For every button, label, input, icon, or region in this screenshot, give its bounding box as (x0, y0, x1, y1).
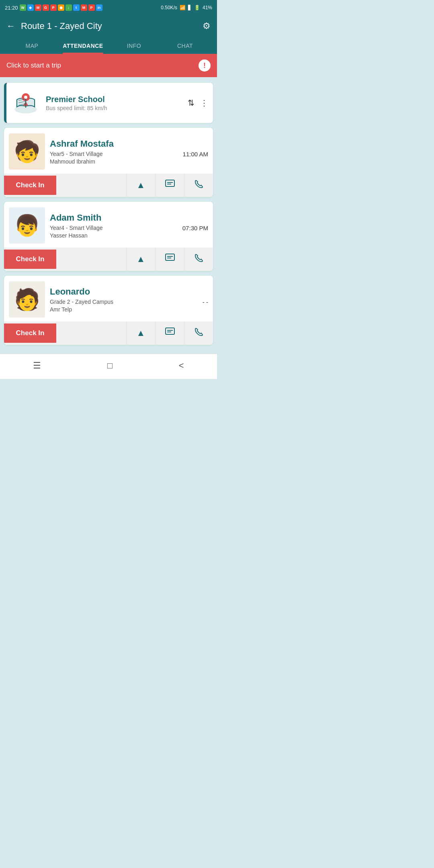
navigate-icon-leonardo: ▲ (137, 328, 145, 338)
status-bar: 21:20 W ◈ M G P ◉ ↓ t M P in 0.50K/s 📶 ▋… (0, 0, 217, 15)
checkin-button-leonardo[interactable]: Check In (4, 323, 56, 343)
message-icon-leonardo (165, 328, 175, 339)
student-parent-leonardo: Amr Telp (50, 306, 208, 313)
student-meta-ashraf: Year5 - Smart Village 11:00 AM (50, 151, 208, 158)
phone-button-ashraf[interactable] (184, 174, 213, 197)
school-info: Premier School Bus speed limit: 85 km/h (46, 95, 182, 111)
app-icon-9: M (81, 4, 87, 11)
bottom-nav: ☰ □ < (0, 354, 217, 379)
student-year-leonardo: Grade 2 - Zayed Campus (50, 299, 113, 305)
navigate-button-adam[interactable]: ▲ (126, 248, 155, 271)
alert-icon: ! (199, 59, 211, 72)
tabs: MAP ATTENDANCE INFO CHAT (6, 39, 211, 54)
student-photo-ashraf: 🧒 (9, 133, 45, 170)
more-options-icon[interactable]: ⋮ (200, 98, 208, 108)
app-icon-1: W (20, 4, 26, 11)
app-icon-8: t (73, 4, 80, 11)
student-photo-leonardo: 🧑 (9, 281, 45, 317)
back-button[interactable]: ← (6, 21, 15, 31)
message-button-ashraf[interactable] (155, 174, 184, 197)
student-name-leonardo: Leonardo (50, 287, 208, 297)
school-actions: ⇅ ⋮ (188, 98, 208, 108)
tab-info[interactable]: INFO (108, 39, 160, 54)
navigate-button-ashraf[interactable]: ▲ (126, 174, 155, 197)
alert-banner[interactable]: Click to start a trip ! (0, 54, 217, 77)
status-right: 0.50K/s 📶 ▋ 🔋 41% (161, 5, 212, 10)
settings-button[interactable]: ⚙ (203, 21, 211, 31)
checkin-button-adam[interactable]: Check In (4, 250, 56, 269)
checkin-button-ashraf[interactable]: Check In (4, 176, 56, 195)
bottom-home-button[interactable]: □ (107, 360, 113, 371)
svg-rect-10 (166, 254, 174, 260)
student-card-leonardo: 🧑 Leonardo Grade 2 - Zayed Campus - - Am… (4, 276, 213, 345)
wifi-icon: 📶 (180, 5, 186, 10)
student-details-ashraf: Ashraf Mostafa Year5 - Smart Village 11:… (50, 139, 208, 165)
message-icon-ashraf (165, 180, 175, 191)
student-card-adam: 👦 Adam Smith Year4 - Smart Village 07:30… (4, 202, 213, 271)
school-card: Premier School Bus speed limit: 85 km/h … (4, 83, 213, 123)
app-icon-6: ◉ (58, 4, 64, 11)
svg-rect-13 (166, 328, 174, 334)
navigate-button-leonardo[interactable]: ▲ (126, 321, 155, 345)
alert-text: Click to start a trip (6, 61, 61, 70)
content-area: Premier School Bus speed limit: 85 km/h … (0, 77, 217, 350)
battery-icon: 🔋 (194, 5, 200, 10)
student-actions-leonardo: Check In ▲ (4, 321, 213, 345)
message-button-leonardo[interactable] (155, 321, 184, 345)
student-info-leonardo: 🧑 Leonardo Grade 2 - Zayed Campus - - Am… (4, 276, 213, 321)
tab-chat[interactable]: CHAT (160, 39, 211, 54)
tab-map[interactable]: MAP (6, 39, 57, 54)
bottom-back-button[interactable]: < (179, 360, 184, 371)
message-button-adam[interactable] (155, 248, 184, 271)
student-parent-adam: Yasser Hassan (50, 232, 208, 239)
phone-button-adam[interactable] (184, 248, 213, 271)
phone-icon-adam (194, 254, 203, 265)
student-name-adam: Adam Smith (50, 213, 208, 223)
action-icons-leonardo: ▲ (56, 321, 213, 345)
header-title: ← Route 1 - Zayed City (6, 21, 102, 31)
action-icons-ashraf: ▲ (56, 174, 213, 197)
student-parent-ashraf: Mahmoud Ibrahim (50, 158, 208, 165)
svg-rect-7 (166, 180, 174, 186)
page-title: Route 1 - Zayed City (21, 21, 102, 31)
student-time-adam: 07:30 PM (182, 225, 208, 231)
student-time-ashraf: 11:00 AM (183, 151, 208, 158)
app-icon-4: G (43, 4, 49, 11)
tab-attendance[interactable]: ATTENDANCE (57, 39, 108, 54)
student-meta-adam: Year4 - Smart Village 07:30 PM (50, 225, 208, 231)
student-actions-adam: Check In ▲ (4, 248, 213, 271)
phone-icon-leonardo (194, 328, 203, 339)
school-logo (11, 88, 40, 117)
navigate-icon-adam: ▲ (137, 254, 145, 264)
student-time-leonardo: - - (203, 299, 208, 305)
app-icon-2: ◈ (27, 4, 34, 11)
svg-point-2 (24, 96, 27, 99)
navigate-icon-ashraf: ▲ (137, 180, 145, 190)
header-top: ← Route 1 - Zayed City ⚙ (6, 21, 211, 31)
student-name-ashraf: Ashraf Mostafa (50, 139, 208, 149)
sort-icon[interactable]: ⇅ (188, 98, 194, 108)
student-actions-ashraf: Check In ▲ (4, 174, 213, 197)
student-year-ashraf: Year5 - Smart Village (50, 151, 103, 157)
app-icon-10: P (88, 4, 95, 11)
network-speed: 0.50K/s (161, 5, 177, 10)
message-icon-adam (165, 254, 175, 265)
phone-button-leonardo[interactable] (184, 321, 213, 345)
school-name: Premier School (46, 95, 182, 104)
app-icon-11: in (96, 4, 102, 11)
student-info-ashraf: 🧒 Ashraf Mostafa Year5 - Smart Village 1… (4, 128, 213, 174)
app-icon-3: M (35, 4, 41, 11)
student-meta-leonardo: Grade 2 - Zayed Campus - - (50, 299, 208, 305)
app-icon-7: ↓ (66, 4, 72, 11)
phone-icon-ashraf (194, 180, 203, 191)
student-details-adam: Adam Smith Year4 - Smart Village 07:30 P… (50, 213, 208, 239)
student-details-leonardo: Leonardo Grade 2 - Zayed Campus - - Amr … (50, 287, 208, 313)
student-card-ashraf: 🧒 Ashraf Mostafa Year5 - Smart Village 1… (4, 128, 213, 197)
action-icons-adam: ▲ (56, 248, 213, 271)
bottom-menu-button[interactable]: ☰ (33, 360, 41, 371)
status-app-icons: W ◈ M G P ◉ ↓ t M P in (20, 4, 102, 11)
signal-icon: ▋ (188, 5, 192, 10)
student-year-adam: Year4 - Smart Village (50, 225, 103, 231)
app-icon-5: P (50, 4, 57, 11)
battery-percent: 41% (203, 5, 212, 10)
